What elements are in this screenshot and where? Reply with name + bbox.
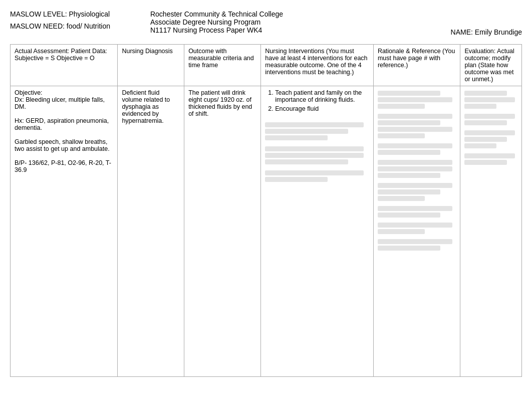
student-name-section: NAME: Emily Brundige — [451, 10, 522, 36]
diagnosis-text: Deficient fluid volume related to dyspha… — [122, 89, 180, 124]
maslow-level: MASLOW LEVEL: Physiological — [10, 10, 110, 18]
rationale-cell — [373, 86, 460, 377]
table-header-row: Actual Assessment: Patient Data: Subject… — [11, 45, 522, 86]
assessment-text: Objective: Dx: Bleeding ulcer, multiple … — [15, 89, 113, 173]
nursing-process-table: Actual Assessment: Patient Data: Subject… — [10, 44, 522, 377]
assessment-cell: Objective: Dx: Bleeding ulcer, multiple … — [11, 86, 118, 377]
col-header-diagnosis: Nursing Diagnosis — [118, 45, 184, 86]
page-header: MASLOW LEVEL: Physiological MASLOW NEED:… — [10, 10, 522, 36]
evaluation-cell — [460, 86, 522, 377]
outcome-text: The patient will drink eight cups/ 1920 … — [188, 89, 256, 117]
interventions-list: Teach patient and family on the importan… — [265, 89, 369, 112]
interventions-cell: Teach patient and family on the importan… — [261, 86, 374, 377]
program-name: Associate Degree Nursing Program — [150, 18, 260, 26]
table-row: Objective: Dx: Bleeding ulcer, multiple … — [11, 86, 522, 377]
col-header-assessment: Actual Assessment: Patient Data: Subject… — [11, 45, 118, 86]
intervention-item-1: Teach patient and family on the importan… — [275, 89, 369, 103]
outcome-cell: The patient will drink eight cups/ 1920 … — [184, 86, 261, 377]
col-header-rationale: Rationale & Reference (You must have pag… — [373, 45, 460, 86]
maslow-info: MASLOW LEVEL: Physiological MASLOW NEED:… — [10, 10, 110, 36]
diagnosis-cell: Deficient fluid volume related to dyspha… — [118, 86, 184, 377]
col-header-evaluation: Evaluation: Actual outcome; modify plan … — [460, 45, 522, 86]
paper-title: N1117 Nursing Process Paper WK4 — [150, 26, 262, 34]
col-header-interventions: Nursing Interventions (You must have at … — [261, 45, 374, 86]
institution-info: Rochester Community & Technical College … — [110, 10, 451, 36]
blurred-interventions — [265, 122, 369, 182]
student-name: NAME: Emily Brundige — [451, 28, 522, 36]
blurred-evaluation — [464, 91, 517, 165]
blurred-rationale — [378, 91, 456, 251]
college-name: Rochester Community & Technical College — [150, 10, 283, 18]
intervention-item-2: Encourage fluid — [275, 105, 369, 112]
col-header-outcome: Outcome with measurable criteria and tim… — [184, 45, 261, 86]
maslow-need: MASLOW NEED: food/ Nutrition — [10, 22, 110, 30]
